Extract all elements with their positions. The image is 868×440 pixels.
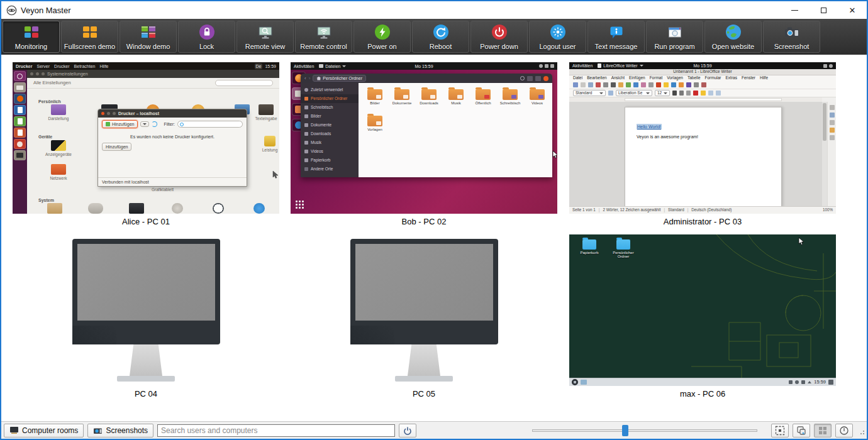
files-content: Bilder Dokumente Downloads Musik Öffentl…: [359, 83, 552, 177]
computer-thumbnail-bob[interactable]: Aktivitäten Dateien Mo 15:59 ‹ ›: [291, 62, 557, 214]
back-icon: ‹: [304, 76, 306, 81]
computer-label: max - PC 06: [569, 389, 836, 399]
menu-item: Vorlagen: [667, 76, 683, 80]
files-body: Zuletzt verwendet Persönlicher Ordner Sc…: [301, 83, 552, 177]
computer-label: Alice - PC 01: [13, 217, 279, 226]
menu-item: Hilfe: [760, 76, 768, 80]
sidebar-item: Schreibtisch: [301, 103, 359, 112]
trash-icon: [304, 158, 308, 162]
calc-icon: [14, 116, 26, 126]
maximize-button[interactable]: [809, 1, 838, 19]
panel-handle-icon: [828, 380, 833, 385]
remote-app-name: Drucker: [16, 64, 32, 69]
computer-rooms-button[interactable]: Computer rooms: [4, 424, 84, 437]
sidebar-icon: [830, 128, 835, 133]
main-toolbar: Monitoring Fullscreen demo Window demo L…: [1, 19, 867, 55]
toolbar-button-remote-control[interactable]: Remote control: [295, 21, 352, 53]
custom-arrangement-button[interactable]: [793, 424, 810, 437]
desktop-icon-trash: Papierkorb: [574, 239, 604, 255]
search-input[interactable]: [157, 424, 395, 437]
offline-monitor-icon: [350, 239, 498, 382]
computer-thumbnail-alice[interactable]: Drucker Server Drucker Betrachten Hilfe …: [13, 62, 279, 214]
minimize-icon: [791, 10, 798, 11]
document-page: Hello World! Veyon is an awesome program…: [625, 107, 782, 207]
slider-handle[interactable]: [622, 425, 628, 436]
toolbar-button-fullscreen-demo[interactable]: Fullscreen demo: [61, 21, 118, 53]
printers-dialog-toolbar: Hinzufügen Filter:: [98, 118, 247, 131]
software-center-icon: [14, 139, 26, 149]
settings-item: Benutzer: [78, 203, 113, 214]
computer-thumbnail-admin[interactable]: Aktivitäten LibreOffice Writer Mo 15:59 …: [569, 62, 836, 214]
settings-header: Alle Einstellungen: [27, 78, 279, 89]
home-icon: [304, 97, 308, 101]
folder-icon: [394, 89, 409, 100]
toolbar-button-screenshot[interactable]: Screenshot: [763, 21, 820, 53]
computer-thumbnail-pc04[interactable]: [13, 234, 279, 386]
section-label: Geräte: [38, 135, 52, 139]
settings-item: Anwendunge: [37, 203, 72, 214]
remote-menu-item: Server: [36, 64, 50, 69]
settings-item-display: Darstellung: [41, 104, 76, 121]
status-words: 2 Wörter, 12 Zeichen ausgewählt: [603, 208, 660, 212]
writer-document-area: Hello World! Veyon is an awesome program…: [569, 102, 822, 206]
maximize-icon: [821, 8, 826, 13]
toolbar-button-monitoring[interactable]: Monitoring: [3, 21, 60, 53]
pictures-icon: [304, 114, 308, 118]
menu-item: Einfügen: [629, 76, 645, 80]
font-color-icon: [693, 91, 698, 96]
toolbar-button-run-program[interactable]: Run program: [646, 21, 703, 53]
computer-thumbnail-max[interactable]: Papierkorb Persönlicher Ordner 15:59: [569, 234, 836, 386]
folder-item: Musik: [443, 89, 469, 105]
toolbar-button-reboot[interactable]: Reboot: [412, 21, 469, 53]
remote-indicators: De 15:59: [255, 63, 276, 69]
kde-launcher-icon: [572, 379, 578, 385]
plus-icon: [106, 122, 110, 126]
toolbar-button-open-website[interactable]: Open website: [704, 21, 762, 53]
screenshots-button[interactable]: Screenshots: [87, 424, 153, 437]
kde-system-tray: 15:59: [789, 380, 833, 385]
auto-adjust-button[interactable]: [771, 424, 789, 437]
toolbar-button-text-message[interactable]: Text message: [587, 21, 645, 53]
minimize-button[interactable]: [780, 1, 809, 19]
sidebar-item: Papierkorb: [301, 156, 359, 165]
veyon-master-window: Veyon Master ✕ Monitoring Fullscreen dem…: [0, 0, 868, 440]
users-icon: [88, 203, 103, 214]
toolbar-icon: [701, 82, 706, 87]
menu-item: Ansicht: [611, 76, 625, 80]
align-grid-button[interactable]: [814, 424, 832, 437]
settings-item: Datensicherur: [119, 203, 154, 214]
folder-item: Videos: [525, 89, 550, 105]
toolbar-button-logout-user[interactable]: Logout user: [529, 21, 586, 53]
toolbar-button-remote-view[interactable]: Remote view: [236, 21, 294, 53]
close-button[interactable]: ✕: [838, 1, 867, 19]
window-button-icon: [113, 112, 116, 115]
toolbar-button-lock[interactable]: Lock: [178, 21, 235, 53]
power-state-button[interactable]: [835, 424, 853, 437]
document-selected-text: Hello World!: [637, 124, 662, 129]
tray-icon: [795, 380, 799, 384]
status-page: Seite 1 von 1: [572, 208, 596, 212]
files-headerbar: ‹ › Persönlicher Ordner: [301, 74, 552, 83]
computer-cell-alice: Drucker Server Drucker Betrachten Hilfe …: [13, 62, 279, 226]
add-printer-button: Hinzufügen: [102, 120, 138, 128]
menu-icon: [535, 76, 541, 81]
computer-thumbnail-pc05[interactable]: [291, 234, 557, 386]
thumbnail-size-slider[interactable]: [532, 425, 757, 436]
computer-cell-admin: Aktivitäten LibreOffice Writer Mo 15:59 …: [569, 62, 836, 226]
remote-cursor-icon: [272, 170, 279, 179]
paragraph-style-combo: Standard: [573, 90, 606, 96]
toolbar-button-power-down[interactable]: Power down: [470, 21, 528, 53]
section-label: Persönlich: [38, 99, 61, 104]
writer-sidebar: [827, 102, 836, 206]
toolbar-button-window-demo[interactable]: Window demo: [120, 21, 177, 53]
sidebar-item: Bilder: [301, 112, 359, 121]
toolbar-icon: [679, 82, 684, 87]
status-zoom: 100%: [823, 208, 833, 212]
toolbar-button-power-on[interactable]: Power on: [353, 21, 411, 53]
veyon-logo-icon: [6, 5, 17, 16]
chevron-down-icon: [599, 92, 603, 94]
trash-folder-icon: [582, 239, 596, 250]
powered-on-filter-button[interactable]: [399, 424, 416, 437]
resize-grip[interactable]: [858, 427, 864, 434]
writer-icon: [14, 105, 26, 115]
